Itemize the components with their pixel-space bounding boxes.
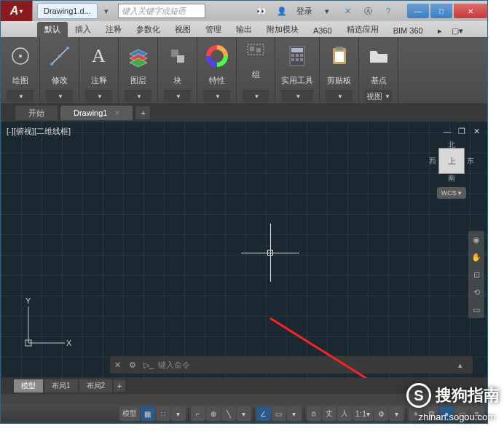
ribbon-tab-annotate[interactable]: 注释 [98, 22, 129, 37]
close-button[interactable]: ✕ [454, 4, 487, 18]
panel-modify[interactable]: 修改 ▼ [40, 37, 79, 103]
dropdown-icon[interactable]: ▾ [318, 3, 336, 19]
status-osnap-icon[interactable]: ∠ [256, 406, 271, 421]
drawing-tab[interactable]: Drawing1× [60, 106, 133, 120]
title-bar: A Drawing1.d... ▾ 键入关键字或短语 👀 👤 登录 ▾ ✕ Ⓐ … [1, 1, 487, 21]
vp-minimize-icon[interactable]: — [442, 126, 452, 136]
svg-point-1 [19, 55, 22, 58]
app-menu-button[interactable]: A [1, 1, 33, 21]
grid [1, 122, 487, 378]
status-selcycle-icon[interactable]: 丈 [322, 406, 336, 421]
ribbon-tab-parametric[interactable]: 参数化 [129, 22, 168, 37]
user-icon[interactable]: 👤 [272, 3, 291, 19]
panel-block[interactable]: 块 ▼ [158, 37, 197, 103]
svg-point-5 [58, 55, 61, 58]
panel-base[interactable]: 基点 视图▼ [359, 37, 398, 103]
status-dynucs-icon[interactable]: ⛭ [307, 406, 321, 421]
ribbon-tab-featured[interactable]: 精选应用 [339, 22, 386, 37]
maximize-button[interactable]: □ [430, 4, 452, 18]
circle-icon [7, 43, 34, 69]
orbit-icon[interactable]: ⟲ [470, 286, 482, 298]
panel-expand-icon[interactable]: ▢▾ [449, 24, 465, 37]
vp-restore-icon[interactable]: ❐ [457, 126, 467, 136]
status-ortho-icon[interactable]: ⌐ [191, 406, 205, 421]
cmd-options-icon[interactable]: ⚙ [129, 360, 139, 370]
panel-layers[interactable]: 图层 ▼ [119, 37, 158, 103]
layout-tab-2[interactable]: 布局2 [79, 379, 113, 392]
status-3dosnap-icon[interactable]: ▭ [272, 406, 286, 421]
panel-draw[interactable]: 绘图 ▼ [1, 37, 40, 103]
exchange-icon[interactable]: ✕ [338, 3, 357, 19]
play-icon[interactable]: ▸ [432, 24, 448, 37]
svg-point-3 [50, 63, 53, 66]
pan-icon[interactable]: ✋ [470, 251, 482, 263]
status-model[interactable]: 模型 [119, 406, 140, 421]
text-icon: A [86, 43, 112, 69]
view-cube[interactable]: 北 南 东 西 上 WCS ▾ [428, 139, 476, 197]
status-snap-icon[interactable]: ∷ [156, 406, 170, 421]
view-footer[interactable]: 视图▼ [365, 90, 392, 102]
binoculars-icon[interactable]: 👀 [252, 3, 271, 19]
status-annomon-icon[interactable]: 人 [337, 406, 352, 421]
sign-in-link[interactable]: 登录 [296, 6, 312, 17]
status-dropdown-icon[interactable]: ▾ [171, 406, 186, 421]
start-tab[interactable]: 开始 [15, 106, 58, 120]
watermark: S 搜狗指南 [406, 383, 500, 408]
tab-close-icon[interactable]: × [114, 108, 119, 118]
navigation-bar: ◉ ✋ ⊡ ⟲ ▭ [468, 231, 484, 318]
cmd-close-icon[interactable]: ✕ [114, 360, 125, 370]
ribbon-tab-a360[interactable]: A360 [306, 24, 339, 37]
wcs-badge[interactable]: WCS ▾ [437, 187, 466, 199]
layout-tab-1[interactable]: 布局1 [44, 379, 78, 392]
panel-properties[interactable]: 特性 ▼ [197, 37, 237, 103]
search-input[interactable]: 键入关键字或短语 [118, 4, 205, 18]
minimize-button[interactable]: — [407, 4, 429, 18]
panel-annotate[interactable]: A 注释 ▼ [79, 37, 119, 103]
status-iso-icon[interactable]: ╲ [221, 406, 236, 421]
group-icon [243, 43, 269, 58]
ribbon-tab-insert[interactable]: 插入 [68, 22, 98, 37]
zoom-extents-icon[interactable]: ⊡ [470, 269, 482, 280]
status-gear-icon[interactable]: ⚙ [374, 406, 388, 421]
panel-clipboard[interactable]: 剪贴板 ▼ [320, 37, 359, 103]
status-dropdown3-icon[interactable]: ▾ [287, 406, 302, 421]
watermark-url: zhinan.sogou.com [418, 411, 495, 422]
status-scale[interactable]: 1:1▾ [353, 406, 373, 421]
layout-add-button[interactable]: + [114, 380, 125, 392]
ribbon-tab-output[interactable]: 输出 [229, 22, 259, 37]
ribbon-panels: 绘图 ▼ 修改 ▼ A 注释 ▼ 图层 ▼ 块 ▼ 特性 ▼ [1, 37, 487, 104]
vp-close-icon[interactable]: ✕ [471, 126, 481, 136]
status-dropdown4-icon[interactable]: ▾ [389, 406, 403, 421]
ribbon-tab-addins[interactable]: 附加模块 [259, 22, 306, 37]
status-polar-icon[interactable]: ⊕ [206, 406, 221, 421]
layers-icon [125, 43, 151, 69]
panel-group[interactable]: 组 ▼ [237, 37, 275, 103]
layout-tab-model[interactable]: 模型 [14, 379, 43, 392]
clipboard-icon [326, 43, 353, 69]
drawing-viewport[interactable]: [-][俯视][二维线框] — ❐ ✕ 北 南 东 西 上 WCS ▾ ◉ ✋ … [1, 122, 487, 378]
status-grid-icon[interactable]: ▦ [141, 406, 155, 421]
calculator-icon [284, 43, 310, 69]
help-icon[interactable]: ? [379, 3, 398, 19]
svg-rect-16 [300, 54, 303, 57]
svg-rect-17 [291, 58, 294, 61]
cmd-recent-icon[interactable]: ▴ [458, 360, 468, 370]
ribbon-tab-strip: 默认 插入 注释 参数化 视图 管理 输出 附加模块 A360 精选应用 BIM… [1, 21, 487, 37]
ribbon-tab-manage[interactable]: 管理 [198, 22, 229, 37]
command-line[interactable]: ✕ ⚙ ▷_ 键入命令 ▴ [110, 356, 473, 374]
ribbon-tab-bim360[interactable]: BIM 360 [386, 24, 430, 37]
svg-rect-22 [335, 52, 344, 62]
showmotion-icon[interactable]: ▭ [470, 304, 482, 315]
new-tab-button[interactable]: + [135, 106, 150, 119]
command-input[interactable]: 键入命令 [158, 360, 454, 371]
ribbon-tab-view[interactable]: 视图 [168, 22, 198, 37]
a-icon[interactable]: Ⓐ [358, 3, 377, 19]
viewport-label[interactable]: [-][俯视][二维线框] [7, 126, 71, 137]
wheel-icon[interactable]: ◉ [470, 234, 482, 245]
document-title[interactable]: Drawing1.d... [37, 3, 98, 19]
application-window: A Drawing1.d... ▾ 键入关键字或短语 👀 👤 登录 ▾ ✕ Ⓐ … [0, 0, 488, 424]
qat-dropdown-icon[interactable]: ▾ [101, 5, 112, 17]
status-dropdown2-icon[interactable]: ▾ [237, 406, 251, 421]
panel-utilities[interactable]: 实用工具 ▼ [275, 37, 320, 103]
ribbon-tab-default[interactable]: 默认 [37, 22, 68, 37]
